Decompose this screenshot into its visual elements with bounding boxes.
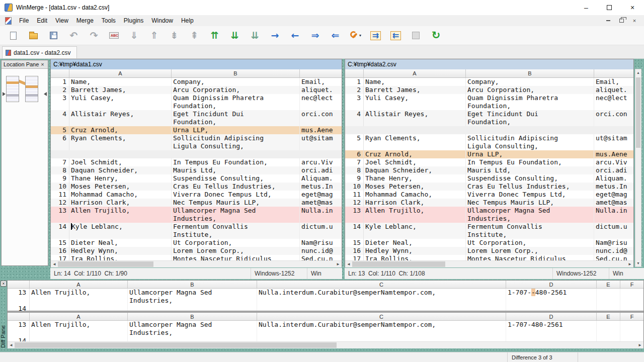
scrollbar-thumb[interactable] [352, 261, 445, 267]
menu-item-merge[interactable]: Merge [72, 16, 98, 26]
cell-name[interactable]: Daquan Schneider, [69, 166, 172, 174]
cell-name[interactable] [30, 337, 128, 341]
tab-data1-data2[interactable]: data1.csv - data2.csv [2, 46, 77, 58]
diff-column-header-gutter[interactable] [8, 281, 30, 288]
file-row-11[interactable]: 11Mohammad Camacho,Viverra Donec Tempus … [345, 191, 633, 199]
cell-name[interactable]: Mohammad Camacho, [364, 191, 466, 199]
cell-name[interactable]: Ryan Clements, [69, 134, 172, 150]
file-row-16[interactable]: 16Hedley Wynn,Lorem Lorem Corp.,nunc.id@ [51, 247, 342, 255]
cell-company[interactable]: Ullamcorper Magna SedIndustries, [128, 321, 257, 337]
left-file-path-header[interactable]: C:¥tmp¥data1.csv [51, 59, 342, 69]
cell-email[interactable]: aliquet. [300, 86, 342, 94]
cell-email[interactable]: orci.con [300, 110, 342, 126]
minimize-button[interactable]: – [575, 0, 598, 15]
save-button[interactable] [44, 28, 63, 44]
redo-button[interactable]: ↷ [85, 28, 103, 44]
file-row-13[interactable]: 13Allen Trujillo,Ullamcorper Magna SedIn… [51, 207, 342, 223]
file-row-11[interactable]: 11Mohammad Camacho,Viverra Donec Tempus … [51, 191, 342, 199]
scrollbar-thumb[interactable] [58, 261, 153, 267]
file-row-1[interactable]: 1Name,Company,Email, [51, 78, 342, 86]
diff-column-header-f[interactable]: F [620, 313, 643, 320]
cell-name[interactable]: Kyle Leblanc, [364, 223, 466, 239]
diff-column-header-e[interactable]: E [597, 313, 620, 320]
cell-email[interactable]: nunc.id@ [594, 247, 633, 255]
cell-company[interactable]: Quam Dignissim PharetraFoundation, [466, 94, 594, 110]
left-column-header-a[interactable]: A [69, 69, 172, 77]
file-row-17[interactable]: 17Ira Rollins,Montes Nascetur RidiculusS… [51, 255, 342, 260]
cell-name[interactable]: Yuli Casey, [364, 94, 466, 110]
cell-email[interactable]: ut@sitam [300, 134, 342, 150]
diff-column-header-e[interactable]: E [597, 281, 620, 288]
cell-company[interactable]: Suspendisse Consulting, [172, 174, 300, 183]
file-row-5[interactable]: 5Ryan Clements,Sollicitudin AdipiscingLi… [345, 134, 633, 150]
cell-email[interactable]: dictum.u [594, 223, 633, 239]
cell-email[interactable] [257, 305, 506, 311]
left-column-header-c[interactable] [300, 69, 342, 77]
diff-column-header-a[interactable]: A [30, 313, 128, 320]
diff-column-header-b[interactable]: B [128, 313, 257, 320]
auto-merge-button[interactable] [407, 28, 425, 44]
cell-e[interactable] [597, 305, 620, 311]
copy-right-and-advance-button[interactable]: ⇒ [306, 28, 325, 44]
right-column-header-a[interactable]: A [364, 69, 466, 77]
diff-pane-close-button[interactable]: × [1, 281, 7, 287]
file-row-14[interactable]: 14Kyle Leblanc,Fermentum ConvallisInstit… [51, 223, 342, 239]
cell-company[interactable]: Suspendisse Consulting, [466, 174, 594, 183]
cell-f[interactable] [620, 289, 643, 305]
cell-name[interactable]: Barrett James, [69, 86, 172, 94]
last-difference-button[interactable]: ⇟ [165, 28, 184, 44]
cell-company[interactable]: Nec Tempus Mauris LLP, [466, 199, 594, 207]
file-row-2[interactable]: 2Barrett James,Arcu Corporation,aliquet. [345, 86, 633, 94]
file-row-17[interactable]: 17Ira Rollins,Montes Nascetur RidiculusS… [345, 255, 633, 260]
cell-email[interactable]: Sed.cu.n [300, 255, 342, 260]
cell-email[interactable]: Email, [300, 78, 342, 86]
location-bar-right-file[interactable] [25, 76, 38, 102]
right-column-header-gutter[interactable] [345, 69, 364, 77]
cell-company[interactable]: Company, [466, 78, 594, 86]
cell-company[interactable]: Arcu Corporation, [466, 86, 594, 94]
cell-name[interactable]: Allistair Reyes, [364, 110, 466, 126]
file-row-7[interactable]: 7Joel Schmidt,In Tempus Eu Foundation,ar… [345, 158, 633, 166]
cell-name[interactable]: Ira Rollins, [69, 255, 172, 260]
copy-left-and-advance-button[interactable]: ⇐ [326, 28, 345, 44]
cell-email[interactable]: nec@lect [594, 94, 633, 110]
cell-email[interactable]: nec@lect [300, 94, 342, 110]
diff-column-header-c[interactable]: C [257, 313, 506, 320]
file-row-15[interactable]: 15Dieter Neal,Ut Corporation,Nam@risu [345, 239, 633, 247]
cell-email[interactable]: aliquet. [594, 86, 633, 94]
cell-name[interactable]: Name, [364, 78, 466, 86]
file-row-14[interactable]: 14Kyle Leblanc,Fermentum ConvallisInstit… [345, 223, 633, 239]
menu-item-plugins[interactable]: Plugins [120, 16, 147, 26]
close-button[interactable]: × [621, 0, 644, 15]
file-row-4[interactable]: 4Allistair Reyes,Eget Tincidunt DuiFound… [345, 110, 633, 126]
scroll-left-arrow-icon[interactable]: ◄ [51, 261, 58, 267]
cell-f[interactable] [620, 337, 643, 341]
document-icon[interactable] [5, 17, 12, 25]
cell-email[interactable]: amet@mas [300, 199, 342, 207]
cell-company[interactable]: In Tempus Eu Foundation, [172, 158, 300, 166]
cell-name[interactable]: Harrison Clark, [69, 199, 172, 207]
file-row-2[interactable]: 2Barrett James,Arcu Corporation,aliquet. [51, 86, 342, 94]
cell-company[interactable]: Montes Nascetur Ridiculus [466, 255, 594, 260]
cell-name[interactable]: Allen Trujillo, [364, 207, 466, 223]
cell-company[interactable]: Fermentum ConvallisInstitute, [466, 223, 594, 239]
current-diff-mark[interactable] [26, 94, 38, 97]
diff-rows-right-file[interactable]: 13Allen Trujillo,Ullamcorper Magna SedIn… [8, 321, 643, 341]
menu-item-view[interactable]: View [51, 16, 72, 26]
cell-company[interactable] [128, 305, 257, 311]
cell-name[interactable]: Thane Henry, [364, 174, 466, 183]
diff-column-header-f[interactable]: F [620, 281, 643, 288]
cell-email[interactable]: mus.Aene [300, 126, 342, 134]
scrollbar-thumb[interactable] [15, 342, 337, 348]
cell-company[interactable]: Lorem Lorem Corp., [172, 247, 300, 255]
cell-company[interactable]: Mauris Ltd, [466, 166, 594, 174]
previous-conflict-button[interactable]: ⇑ [145, 28, 164, 44]
cell-name[interactable]: Cruz Arnold, [69, 126, 172, 134]
right-horizontal-scrollbar[interactable]: ◄ ► [345, 260, 633, 267]
cell-company[interactable]: Eget Tincidunt DuiFoundation, [172, 110, 300, 126]
cell-name[interactable] [30, 305, 128, 311]
cell-company[interactable]: Ullamcorper Magna SedIndustries, [172, 207, 300, 223]
cell-phone[interactable]: 1-707-480-2561 [506, 321, 597, 337]
cell-email[interactable]: orci.adi [300, 166, 342, 174]
right-file-body[interactable]: 1Name,Company,Email,2Barrett James,Arcu … [345, 78, 633, 260]
